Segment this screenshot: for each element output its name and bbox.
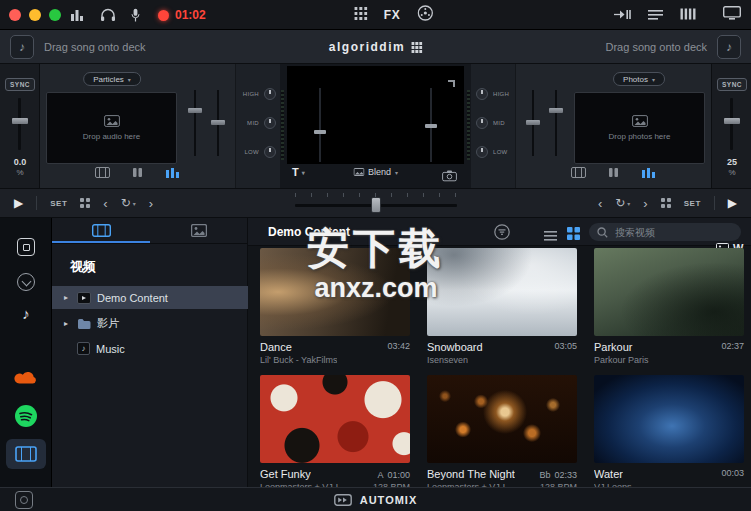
video-card[interactable]: Dance03:42 Lil' Buck - YakFilms bbox=[260, 248, 410, 365]
automix-queue-icon[interactable] bbox=[613, 6, 631, 24]
tab-photos[interactable] bbox=[150, 218, 248, 243]
display-icon[interactable] bbox=[723, 6, 741, 24]
deck1-loop-halve-button[interactable]: ‹ bbox=[103, 197, 107, 210]
vu-meter-left bbox=[281, 90, 284, 160]
video-thumbnail[interactable] bbox=[427, 375, 577, 463]
deck1-pitch-slider[interactable] bbox=[18, 98, 21, 150]
search-box[interactable] bbox=[589, 223, 741, 241]
eq-mid-knob[interactable] bbox=[476, 117, 488, 129]
deck2-play-button[interactable]: ▶ bbox=[728, 197, 737, 209]
apps-grid-icon[interactable] bbox=[354, 6, 367, 24]
channel2-fader[interactable] bbox=[424, 88, 438, 162]
deck1-loop-double-button[interactable]: › bbox=[149, 197, 153, 210]
channel1-fader[interactable] bbox=[313, 88, 327, 162]
levels-icon[interactable] bbox=[70, 8, 84, 22]
expand-corner-icon[interactable] bbox=[448, 80, 455, 87]
deck2-drop-text: Drag song onto deck bbox=[605, 41, 707, 53]
sidebar-item-files[interactable] bbox=[0, 238, 52, 256]
film-view-icon[interactable] bbox=[95, 164, 110, 182]
crossfader[interactable] bbox=[295, 193, 457, 215]
sidebar-item-spotify[interactable] bbox=[0, 404, 52, 428]
deck2-pitch-slider[interactable] bbox=[730, 98, 733, 150]
deck1-play-button[interactable]: ▶ bbox=[14, 197, 23, 209]
sidebar-item-more-sources[interactable] bbox=[0, 273, 52, 291]
deck1-source-dropdown[interactable]: Particles ▾ bbox=[83, 72, 141, 86]
deck2-volume-fader[interactable] bbox=[524, 90, 542, 156]
deck1-media-drop-zone[interactable]: Drop audio here bbox=[46, 92, 177, 164]
deck1-gain-fader[interactable] bbox=[186, 90, 204, 156]
eq-low-knob[interactable] bbox=[264, 146, 276, 158]
video-thumbnail[interactable] bbox=[260, 248, 410, 336]
eq-high-knob[interactable] bbox=[264, 88, 276, 100]
video-card[interactable]: Get FunkyA01:00 Loopmasters + VJ-L128 BP… bbox=[260, 375, 410, 487]
automix-bar[interactable]: AUTOMIX bbox=[0, 487, 751, 511]
tab-videos[interactable] bbox=[52, 218, 150, 243]
mic-icon[interactable] bbox=[131, 8, 140, 22]
columns-view-icon[interactable] bbox=[608, 164, 619, 182]
disclosure-icon[interactable]: ▸ bbox=[64, 319, 71, 328]
nav-item-music[interactable]: ♪ Music bbox=[52, 337, 248, 360]
eq-view-icon[interactable] bbox=[641, 164, 656, 182]
video-thumbnail[interactable] bbox=[260, 375, 410, 463]
deck2-cue-pads-icon[interactable] bbox=[661, 198, 671, 208]
deck1-volume-fader[interactable] bbox=[209, 90, 227, 156]
video-thumbnail[interactable] bbox=[594, 248, 744, 336]
deck1-drop-slot[interactable]: ♪ Drag song onto deck bbox=[10, 35, 146, 59]
deck1-loop-button[interactable]: ↻ ▾ bbox=[121, 197, 136, 209]
eq-mid-knob[interactable] bbox=[264, 117, 276, 129]
mixer-center: T ▾ Blend ▾ bbox=[280, 64, 471, 188]
grid-view-icon[interactable] bbox=[567, 226, 580, 244]
list-view-icon[interactable] bbox=[544, 227, 557, 245]
minimize-button[interactable] bbox=[29, 9, 41, 21]
nav-item-demo-content[interactable]: ▸ Demo Content bbox=[52, 286, 248, 309]
filter-icon[interactable] bbox=[494, 224, 510, 244]
deck2-gain-fader[interactable] bbox=[547, 90, 565, 156]
deck2-loop-button[interactable]: ↻ ▾ bbox=[615, 197, 630, 209]
video-thumbnail[interactable] bbox=[427, 248, 577, 336]
sidebar-item-soundcloud[interactable] bbox=[0, 370, 52, 384]
close-button[interactable] bbox=[9, 9, 21, 21]
sampler-icon[interactable] bbox=[417, 5, 433, 25]
sidebar-item-music-library[interactable]: ♪ bbox=[0, 306, 52, 321]
headphones-icon[interactable] bbox=[100, 8, 116, 22]
video-transition-dropdown[interactable]: Blend ▾ bbox=[353, 167, 398, 177]
camera-icon[interactable] bbox=[442, 168, 457, 186]
deck2-set-cue-button[interactable]: SET bbox=[684, 199, 701, 208]
film-view-icon[interactable] bbox=[571, 164, 586, 182]
djay-pro-window: 01:02 FX ♪ bbox=[0, 0, 751, 511]
deck1-set-cue-button[interactable]: SET bbox=[50, 199, 67, 208]
sidebar-item-videos[interactable] bbox=[0, 446, 52, 462]
capture-icon[interactable] bbox=[15, 491, 33, 509]
deck2-drop-slot[interactable]: Drag song onto deck ♪ bbox=[605, 35, 741, 59]
nav-item-movies[interactable]: ▸ 影片 bbox=[52, 312, 248, 335]
deck1-sync-button[interactable]: SYNC bbox=[5, 78, 35, 91]
video-thumbnail[interactable] bbox=[594, 375, 744, 463]
eq-view-icon[interactable] bbox=[165, 164, 180, 182]
eq-low-knob[interactable] bbox=[476, 146, 488, 158]
deck1-cue-pads-icon[interactable] bbox=[80, 198, 90, 208]
search-input[interactable] bbox=[613, 226, 733, 239]
columns-view-icon[interactable] bbox=[132, 164, 143, 182]
record-button[interactable]: 01:02 bbox=[158, 8, 206, 22]
video-card[interactable]: Parkour02:37 Parkour Paris bbox=[594, 248, 744, 365]
text-transition-dropdown[interactable]: T ▾ bbox=[292, 166, 305, 178]
video-card[interactable]: Snowboard03:05 Isenseven bbox=[427, 248, 577, 365]
deck2-media-drop-zone[interactable]: Drop photos here bbox=[574, 92, 705, 164]
fx-button[interactable]: FX bbox=[384, 8, 400, 22]
deck2-loop-halve-button[interactable]: ‹ bbox=[598, 197, 602, 210]
crossfader-grip[interactable] bbox=[371, 197, 381, 213]
columns-layout-icon[interactable] bbox=[680, 6, 696, 24]
music-square-icon: ♪ bbox=[77, 342, 90, 355]
video-card[interactable]: Beyond The NightBb02:33 Loopmasters + VJ… bbox=[427, 375, 577, 487]
deck2-source-dropdown[interactable]: Photos ▾ bbox=[613, 72, 665, 86]
zoom-button[interactable] bbox=[49, 9, 61, 21]
list-layout-icon[interactable] bbox=[648, 6, 663, 24]
film-tab-icon bbox=[92, 224, 111, 237]
video-card[interactable]: Water00:03 VJ Loops bbox=[594, 375, 744, 487]
deck2-sync-button[interactable]: SYNC bbox=[717, 78, 747, 91]
deck1-pitch-grip[interactable] bbox=[12, 118, 28, 124]
deck2-loop-double-button[interactable]: › bbox=[643, 197, 647, 210]
disclosure-icon[interactable]: ▸ bbox=[64, 293, 71, 302]
deck2-pitch-grip[interactable] bbox=[724, 118, 740, 124]
eq-high-knob[interactable] bbox=[476, 88, 488, 100]
